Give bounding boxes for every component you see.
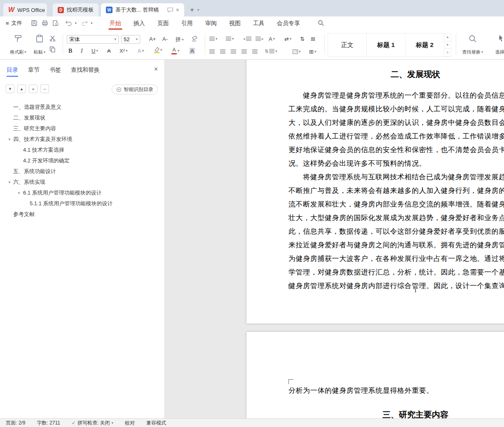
find-replace-button[interactable]: 查找替换▾: [460, 33, 485, 56]
menu-tab-home[interactable]: 开始: [103, 16, 127, 30]
status-page-indicator[interactable]: 页面: 2/9: [6, 420, 25, 427]
toc-item[interactable]: 4.1 技术方案选择: [0, 145, 164, 155]
status-word-count[interactable]: 字数: 2711: [37, 420, 60, 427]
print-preview-icon[interactable]: [52, 20, 59, 26]
toc-item[interactable]: 三、研究主要内容: [0, 123, 164, 134]
smart-toc-button[interactable]: 智能识别目录: [112, 84, 158, 94]
text-effects-button[interactable]: A▾: [138, 48, 144, 54]
undo-icon[interactable]: [66, 21, 72, 26]
tab-docer-templates[interactable]: D 找稻壳模板: [53, 3, 98, 16]
status-spell-check[interactable]: ✓ 拼写检查: 关闭 ▾: [72, 420, 113, 427]
toc-item[interactable]: 五、系统功能设计: [0, 166, 164, 177]
toc-item[interactable]: 二、发展现状: [0, 113, 164, 123]
style-heading1[interactable]: 标题 1: [367, 33, 406, 56]
document-page-2[interactable]: 分析为一体的健身房管理系统显得格外重要。 三、研究主要内容: [246, 332, 504, 418]
menu-tab-review[interactable]: 审阅: [199, 16, 223, 30]
style-normal[interactable]: 正文: [328, 33, 367, 56]
menu-tab-insert[interactable]: 插入: [127, 16, 151, 30]
undo-chevron-icon[interactable]: ▾: [75, 21, 77, 25]
toc-item[interactable]: ▼四、技术方案及开发环境: [0, 134, 164, 145]
toc-item[interactable]: 参考文献: [0, 209, 164, 220]
toc-zoom-in-button[interactable]: +: [29, 84, 38, 93]
tab-stop-button[interactable]: ⊞: [311, 36, 315, 42]
style-scroll-up-icon[interactable]: ▴: [444, 33, 451, 41]
copy-icon[interactable]: [49, 46, 56, 52]
toc-expand-button[interactable]: ▴: [17, 84, 26, 93]
align-center-button[interactable]: [220, 49, 225, 54]
menu-tab-page[interactable]: 页面: [151, 16, 175, 30]
menu-tab-member[interactable]: 会员专享: [271, 16, 306, 30]
font-name-combobox[interactable]: 宋体 ▾: [67, 35, 119, 44]
new-tab-icon[interactable]: +: [190, 6, 194, 14]
toc-item[interactable]: 4.2 开发环境的确定: [0, 155, 164, 166]
char-shading-button[interactable]: A: [190, 48, 195, 54]
decrease-indent-button[interactable]: ◂: [243, 37, 251, 41]
wrap-button[interactable]: ⇄▾: [284, 36, 291, 42]
justify-button[interactable]: [241, 49, 247, 54]
paste-button[interactable]: 粘贴▾: [30, 33, 49, 56]
toc-collapse-button[interactable]: ▾: [6, 84, 14, 93]
menu-tab-tools[interactable]: 工具: [247, 16, 271, 30]
toc-zoom-out-button[interactable]: −: [40, 84, 49, 93]
file-menu-button[interactable]: ≡ 文件: [6, 19, 22, 27]
toc-item[interactable]: 5.1.1 系统用户管理功能模块的设计: [0, 198, 164, 209]
shrink-font-button[interactable]: A-: [162, 36, 168, 42]
sidebar-tab-bookmarks[interactable]: 书签: [49, 66, 61, 77]
sidebar-tab-toc[interactable]: 目录: [7, 66, 18, 77]
line-spacing-button[interactable]: ⇅▾: [265, 49, 277, 54]
font-size-combobox[interactable]: 52 ▾: [121, 35, 140, 44]
style-heading2[interactable]: 标题 2: [406, 33, 444, 56]
toc-item[interactable]: 一、选题背景及意义: [0, 102, 164, 113]
expander-icon[interactable]: ▼: [17, 191, 21, 195]
expander-icon[interactable]: ▼: [8, 181, 11, 184]
bold-button[interactable]: B: [68, 48, 72, 54]
text-direction-button[interactable]: A▾: [269, 36, 275, 42]
select-button[interactable]: 选择▾: [491, 33, 504, 56]
close-tab-icon[interactable]: ×: [176, 7, 179, 13]
pinyin-guide-button[interactable]: 拼▾: [176, 36, 184, 43]
increase-indent-button[interactable]: ▸: [256, 37, 264, 41]
align-right-button[interactable]: [231, 49, 236, 54]
document-page-1[interactable]: 二、发展现状 健身房管理是健身房管理系统的一个重要部分。以往的会员信息管理， 工…: [246, 60, 504, 324]
grow-font-button[interactable]: A+: [149, 36, 156, 42]
style-more-icon[interactable]: ≡: [444, 49, 451, 56]
redo-icon[interactable]: [81, 21, 88, 26]
shading-button[interactable]: ▾: [293, 49, 301, 54]
borders-button[interactable]: ⊞▾: [309, 49, 316, 55]
align-left-button[interactable]: [209, 49, 215, 54]
strikethrough-button[interactable]: A: [107, 48, 111, 54]
search-icon[interactable]: [318, 20, 324, 26]
sidebar-tab-chapters[interactable]: 章节: [28, 66, 40, 77]
format-painter-button[interactable]: 格式刷▾: [8, 33, 28, 56]
underline-button[interactable]: U▾: [91, 48, 98, 54]
expander-icon[interactable]: ▼: [8, 138, 11, 141]
cut-icon[interactable]: [49, 35, 56, 42]
highlight-color-button[interactable]: ▾: [154, 47, 162, 53]
redo-chevron-icon[interactable]: ▾: [91, 21, 93, 25]
bullets-button[interactable]: ▾: [209, 37, 218, 41]
style-scroll-down-icon[interactable]: ▾: [444, 41, 451, 49]
sort-button[interactable]: ⇅: [300, 36, 305, 42]
status-proofread[interactable]: 校对: [125, 420, 135, 427]
sidebar-close-icon[interactable]: ×: [154, 66, 158, 73]
distribute-button[interactable]: [252, 49, 258, 54]
numbering-button[interactable]: ▾: [226, 37, 234, 41]
print-icon[interactable]: [42, 20, 48, 26]
tab-list-chevron-icon[interactable]: ▾: [197, 8, 199, 12]
sidebar-tab-find-replace[interactable]: 查找和替换: [71, 66, 100, 77]
italic-button[interactable]: I: [81, 48, 83, 54]
menu-tab-view[interactable]: 视图: [223, 16, 247, 30]
status-compat-mode[interactable]: 兼容模式: [146, 420, 166, 427]
toc-item[interactable]: ▼六、系统实现: [0, 177, 164, 188]
menu-tab-reference[interactable]: 引用: [175, 16, 199, 30]
toc-item[interactable]: ▼6.1 系统用户管理功能模块的设计: [0, 188, 164, 198]
superscript-button[interactable]: X²▾: [120, 48, 128, 54]
spell-check-icon: ✓: [72, 420, 76, 426]
tab-wps-home[interactable]: W WPS Office: [3, 3, 47, 16]
document-canvas[interactable]: 二、发展现状 健身房管理是健身房管理系统的一个重要部分。以往的会员信息管理， 工…: [165, 60, 504, 418]
font-color-button[interactable]: A ▾: [171, 47, 180, 54]
clear-format-icon[interactable]: [191, 36, 198, 42]
chat-bubble-icon[interactable]: [167, 7, 173, 12]
tab-document-active[interactable]: W 基于大数... 答辩稿 ×: [101, 3, 184, 16]
save-icon[interactable]: [31, 20, 38, 26]
